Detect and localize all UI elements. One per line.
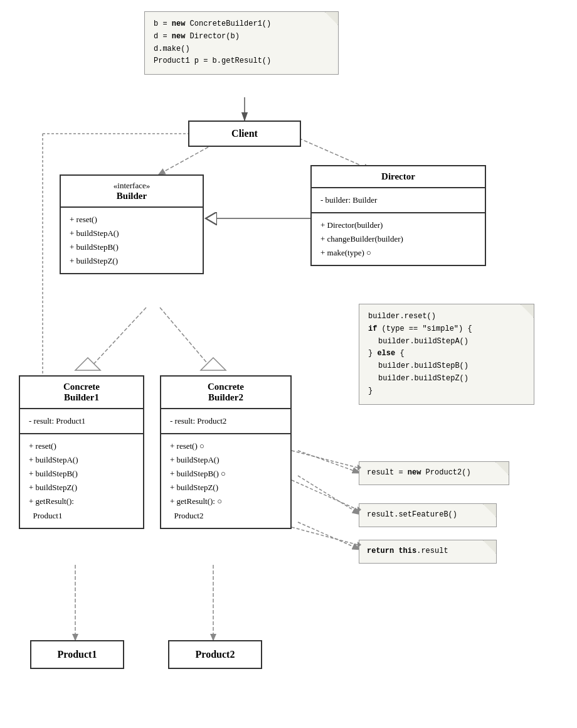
client-note-line4: Product1 p = b.getResult()	[154, 55, 329, 68]
setfeature-note: result.setFeatureB()	[359, 503, 497, 527]
director-box: Director - builder: Builder + Director(b…	[310, 165, 486, 266]
svg-line-19	[298, 451, 361, 473]
cb1-method-5: + getResult(): Product1	[29, 495, 134, 522]
director-header: Director	[312, 166, 485, 188]
svg-line-24	[292, 480, 357, 510]
make-note-line5: builder.buildStepB()	[378, 360, 525, 373]
cb1-method-3: + buildStepB()	[29, 467, 134, 481]
cb1-field-text: - result: Product1	[29, 414, 134, 428]
svg-line-7	[159, 144, 213, 174]
cb1-method-1: + reset()	[29, 439, 134, 453]
client-note-line2: d = new Director(b)	[154, 31, 329, 43]
builder-methods: + reset() + buildStepA() + buildStepB() …	[61, 208, 203, 273]
return-note: return this.result	[359, 540, 497, 564]
setfeature-note-text: result.setFeatureB()	[367, 509, 489, 522]
director-method-3: + make(type) ○	[320, 246, 476, 260]
builder-stereotype: «interface»	[68, 181, 195, 191]
make-note: builder.reset() if (type == "simple") { …	[359, 304, 534, 405]
cb1-method-4: + buildStepZ()	[29, 481, 134, 495]
builder-method-4: + buildStepZ()	[70, 254, 194, 268]
cb1-name: ConcreteBuilder1	[63, 382, 100, 402]
svg-line-9	[88, 308, 146, 370]
product2-label: Product2	[182, 649, 248, 660]
cb2-field-text: - result: Product2	[170, 414, 282, 428]
builder-method-3: + buildStepB()	[70, 240, 194, 254]
svg-line-11	[160, 308, 213, 370]
svg-line-22	[292, 451, 357, 468]
svg-marker-12	[201, 358, 226, 370]
make-note-line6: builder.buildStepZ()	[378, 373, 525, 385]
return-note-text: return this.result	[367, 545, 489, 558]
cb1-field: - result: Product1	[20, 409, 143, 434]
diagram-container: b = new ConcreteBuilder1() d = new Direc…	[0, 0, 577, 728]
builder-header: «interface» Builder	[61, 176, 203, 208]
cb2-method-4: + buildStepZ()	[170, 481, 282, 495]
director-field: - builder: Builder	[312, 188, 485, 213]
svg-line-26	[292, 527, 357, 545]
concrete-builder1-box: ConcreteBuilder1 - result: Product1 + re…	[19, 375, 144, 529]
make-note-line1: builder.reset()	[368, 311, 525, 323]
cb2-method-5b: Product2	[170, 509, 282, 523]
client-code-note: b = new ConcreteBuilder1() d = new Direc…	[144, 11, 339, 75]
cb2-name: ConcreteBuilder2	[208, 382, 244, 402]
builder-method-1: + reset()	[70, 213, 194, 227]
builder-method-2: + buildStepA()	[70, 227, 194, 240]
cb2-methods: + reset() ○ + buildStepA() + buildStepB(…	[161, 434, 290, 528]
product2-box: Product2	[168, 640, 262, 669]
cb2-method-3: + buildStepB() ○	[170, 467, 282, 481]
cb2-field: - result: Product2	[161, 409, 290, 434]
director-method-1: + Director(builder)	[320, 218, 476, 232]
cb2-method-1: + reset() ○	[170, 439, 282, 453]
builder-name: Builder	[117, 191, 147, 201]
svg-line-20	[298, 476, 361, 515]
client-note-line3: d.make()	[154, 43, 329, 56]
reset-note: result = new Product2()	[359, 461, 509, 485]
make-note-line2: if (type == "simple") {	[368, 323, 525, 336]
director-methods: + Director(builder) + changeBuilder(buil…	[312, 213, 485, 265]
make-note-line7: }	[368, 385, 525, 398]
product1-box: Product1	[30, 640, 124, 669]
svg-marker-10	[75, 358, 100, 370]
make-note-line3: builder.buildStepA()	[378, 336, 525, 348]
director-field-text: - builder: Builder	[320, 193, 476, 207]
client-box: Client	[188, 120, 301, 147]
cb1-header: ConcreteBuilder1	[20, 377, 143, 409]
reset-note-text: result = new Product2()	[367, 467, 501, 479]
director-name: Director	[381, 171, 415, 181]
cb2-method-5: + getResult(): ○	[170, 495, 282, 508]
cb2-header: ConcreteBuilder2	[161, 377, 290, 409]
director-method-2: + changeBuilder(builder)	[320, 232, 476, 246]
builder-box: «interface» Builder + reset() + buildSte…	[60, 174, 204, 274]
cb1-method-2: + buildStepA()	[29, 453, 134, 467]
client-note-line1: b = new ConcreteBuilder1()	[154, 18, 329, 31]
product1-label: Product1	[44, 649, 110, 660]
svg-line-21	[298, 522, 361, 550]
make-note-line4: } else {	[368, 348, 525, 360]
cb1-methods: + reset() + buildStepA() + buildStepB() …	[20, 434, 143, 528]
client-label: Client	[231, 128, 258, 139]
cb2-method-2: + buildStepA()	[170, 453, 282, 467]
concrete-builder2-box: ConcreteBuilder2 - result: Product2 + re…	[160, 375, 292, 529]
